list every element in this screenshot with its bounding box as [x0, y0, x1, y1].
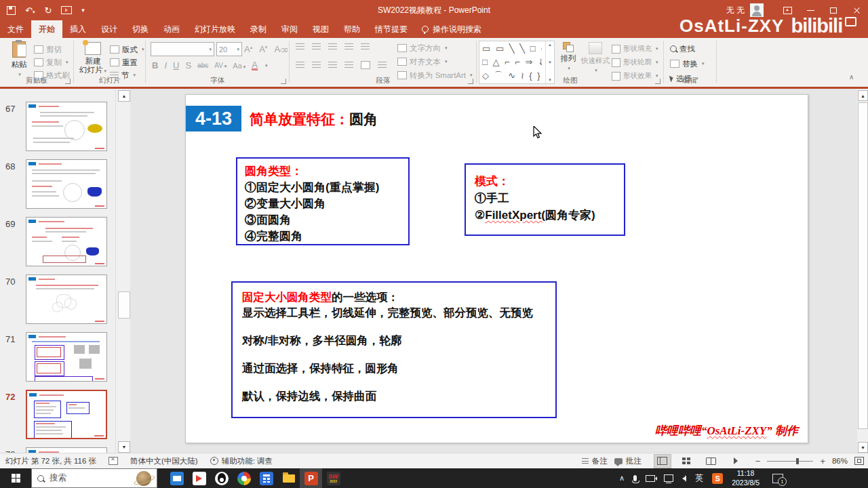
character-spacing-button[interactable]: AV▾: [214, 62, 226, 69]
camera-icon[interactable]: [646, 475, 655, 482]
taskbar-app-powerpoint-active[interactable]: P: [300, 468, 322, 488]
collapse-ribbon-icon[interactable]: ∧: [849, 73, 854, 81]
shapes-row-1[interactable]: ▭ ▭ ╲ ╲ □ ○: [482, 42, 542, 56]
scroll-down-icon[interactable]: ▼: [118, 441, 130, 453]
taskbar-app-solidworks[interactable]: SW2022: [322, 468, 344, 488]
align-center-icon[interactable]: [312, 62, 321, 69]
cut-button[interactable]: 剪切: [34, 43, 70, 56]
slide-sorter-view-button[interactable]: [678, 454, 696, 468]
slide-thumbnail-67[interactable]: [26, 102, 107, 151]
tab-home[interactable]: 开始: [31, 20, 62, 38]
arrange-button[interactable]: 排列 ▾: [556, 42, 580, 71]
paragraph-dialog-launcher-icon[interactable]: [468, 79, 473, 84]
slide-thumbnail-68[interactable]: [26, 159, 107, 209]
taskbar-app-sunflower[interactable]: [188, 468, 210, 488]
italic-button[interactable]: I: [164, 60, 167, 70]
slide-canvas[interactable]: 4-13 简单放置特征：圆角 圆角类型： ①固定大小圆角(重点掌握) ②变量大小…: [185, 94, 808, 443]
find-button[interactable]: 查找: [670, 43, 705, 55]
slide-thumbnail-72-current[interactable]: [26, 390, 107, 439]
slide-thumbnail-69[interactable]: [26, 217, 107, 266]
strikethrough-button[interactable]: abc: [197, 62, 208, 69]
tab-help[interactable]: 帮助: [336, 20, 368, 38]
normal-view-button[interactable]: [654, 454, 671, 468]
slide-area-scrollbar[interactable]: ▲ ▼: [857, 89, 868, 453]
fillet-types-textbox[interactable]: 圆角类型： ①固定大小圆角(重点掌握) ②变量大小圆角 ③面圆角 ④完整圆角: [236, 157, 410, 245]
font-color-button[interactable]: A: [252, 61, 258, 70]
taskbar-clock[interactable]: 11:18 2023/8/5: [732, 469, 760, 487]
paste-button[interactable]: 粘贴 ▾: [5, 41, 33, 77]
zoom-level[interactable]: 86%: [832, 457, 848, 465]
text-direction-button[interactable]: 文字方向▾: [397, 42, 473, 54]
zoom-out-button[interactable]: −: [755, 456, 761, 466]
scroll-up-icon[interactable]: ▲: [118, 90, 130, 102]
decrease-indent-icon[interactable]: [328, 43, 337, 51]
tab-slideshow[interactable]: 幻灯片放映: [187, 20, 243, 38]
undo-icon[interactable]: ↶▾: [25, 6, 35, 15]
increase-indent-icon[interactable]: [344, 43, 353, 51]
slideshow-view-button[interactable]: [727, 454, 745, 468]
bullets-icon[interactable]: [296, 43, 304, 51]
taskbar-app-browser[interactable]: [233, 468, 255, 488]
zoom-slider-thumb[interactable]: [796, 458, 799, 464]
change-case-button[interactable]: Aa▾: [233, 62, 245, 70]
slide-thumbnail-70[interactable]: [26, 274, 107, 324]
columns-icon[interactable]: [361, 61, 370, 69]
replace-button[interactable]: 替换▾: [670, 58, 705, 70]
save-icon[interactable]: [7, 6, 16, 15]
taskbar-app-calculator[interactable]: [255, 468, 277, 488]
bold-button[interactable]: B: [152, 60, 158, 70]
zoom-in-button[interactable]: +: [820, 456, 825, 466]
ime-indicator[interactable]: 英: [695, 472, 703, 484]
numbering-icon[interactable]: [312, 43, 321, 51]
line-spacing-icon[interactable]: [361, 43, 370, 51]
zoom-slider[interactable]: [767, 461, 813, 462]
tab-storyboarding[interactable]: 情节提要: [368, 20, 415, 38]
language-status[interactable]: 简体中文(中国大陆): [130, 456, 198, 466]
comments-button[interactable]: 批注: [614, 456, 642, 466]
font-size-combobox[interactable]: 20▾: [216, 42, 242, 56]
scrollbar-thumb[interactable]: [858, 102, 868, 429]
quick-styles-button[interactable]: 快速样式 ▾: [580, 42, 610, 73]
tab-transitions[interactable]: 切换: [125, 20, 156, 38]
notes-button[interactable]: 备注: [582, 456, 608, 466]
search-highlight-image[interactable]: [136, 471, 151, 486]
align-text-button[interactable]: 对齐文本▾: [397, 56, 473, 68]
clear-formatting-button[interactable]: A⌫: [274, 44, 288, 54]
accessibility-status[interactable]: 辅助功能: 调查: [210, 456, 273, 466]
justify-icon[interactable]: [344, 62, 353, 69]
shrink-font-button[interactable]: A▾: [259, 44, 267, 54]
spellcheck-status-icon[interactable]: [108, 457, 118, 465]
tab-record[interactable]: 录制: [243, 20, 274, 38]
taskbar-app-file-explorer[interactable]: [277, 468, 300, 488]
tray-expand-icon[interactable]: ∧: [619, 474, 625, 483]
taskbar-app-mail[interactable]: [165, 468, 188, 488]
reading-view-button[interactable]: [703, 454, 720, 468]
clipboard-dialog-launcher-icon[interactable]: [65, 79, 71, 84]
shapes-row-2[interactable]: □ △ ⌐ ⌐ ⇒ ⇓: [482, 56, 542, 69]
notification-center-icon[interactable]: 1: [772, 474, 783, 483]
slide-thumbnail-73[interactable]: [26, 447, 107, 453]
fit-slide-to-window-icon[interactable]: [854, 457, 864, 465]
reset-button[interactable]: 重置: [110, 56, 144, 68]
network-icon[interactable]: [664, 474, 673, 482]
tab-file[interactable]: 文件: [0, 20, 31, 38]
slideshow-from-start-icon[interactable]: [61, 6, 72, 14]
tab-design[interactable]: 设计: [94, 20, 125, 38]
tab-view[interactable]: 视图: [305, 20, 336, 38]
customize-qat-icon[interactable]: ▾: [81, 7, 85, 14]
tell-me-search[interactable]: 操作说明搜索: [415, 20, 488, 38]
copy-button[interactable]: 复制▾: [34, 56, 70, 68]
tab-animations[interactable]: 动画: [156, 20, 187, 38]
mode-textbox[interactable]: 模式： ①手工 ②FilletXpert(圆角专家): [465, 163, 625, 236]
speaker-icon[interactable]: [682, 476, 686, 481]
text-shadow-button[interactable]: S: [185, 60, 191, 70]
thumbnail-scrollbar[interactable]: ▲ ▼: [115, 89, 131, 453]
tab-insert[interactable]: 插入: [62, 20, 94, 38]
drawing-dialog-launcher-icon[interactable]: [655, 79, 660, 84]
font-name-combobox[interactable]: ▾: [151, 42, 214, 56]
user-name[interactable]: 无 无: [726, 5, 745, 16]
font-color-caret-icon[interactable]: ▾: [265, 63, 268, 68]
scrollbar-thumb[interactable]: [118, 291, 130, 319]
grow-font-button[interactable]: A▴: [244, 44, 252, 54]
taskbar-search[interactable]: 搜索: [31, 468, 157, 488]
